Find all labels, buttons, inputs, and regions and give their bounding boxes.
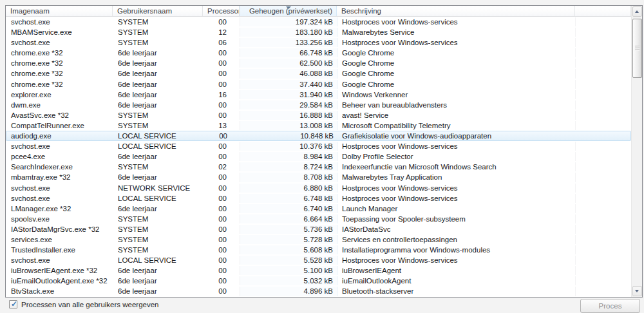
column-header-processor[interactable]: Processor <box>203 6 240 16</box>
cell-image: svchost.exe <box>6 256 113 265</box>
show-all-users-checkbox-group[interactable]: ✓ Processen van alle gebruikers weergeve… <box>9 300 159 308</box>
process-row[interactable]: services.exeSYSTEM005.728 kBServices en … <box>6 234 631 245</box>
cell-description: Hostproces voor Windows-services <box>337 38 576 47</box>
cell-memory: 8.724 kB <box>240 162 337 171</box>
cell-filler <box>576 184 630 193</box>
process-row[interactable]: chrome.exe *326de leerjaar0037.440 kBGoo… <box>6 79 631 90</box>
cell-cpu: 00 <box>204 59 240 68</box>
column-header-geheugen[interactable]: Geheugen (privéwerkset) <box>240 6 337 16</box>
column-header-gebruikersnaam[interactable]: Gebruikersnaam <box>113 6 203 16</box>
process-row[interactable]: pcee4.exe6de leerjaar008.984 kBDolby Pro… <box>6 151 631 162</box>
sort-descending-icon <box>286 6 291 9</box>
cell-user: 6de leerjaar <box>113 59 204 68</box>
scrollbar-thumb[interactable] <box>632 19 642 78</box>
cell-description: iuBrowserIEAgent <box>337 266 576 275</box>
cell-cpu: 02 <box>204 162 240 171</box>
cell-description: iuEmailOutlookAgent <box>337 276 576 285</box>
cell-filler <box>576 173 630 182</box>
process-row[interactable]: LManager.exe *326de leerjaar006.740 kBLa… <box>6 204 631 214</box>
cell-user: 6de leerjaar <box>113 80 204 89</box>
cell-image: svchost.exe <box>6 194 113 203</box>
end-process-button[interactable]: Proces beëindigen <box>580 299 640 313</box>
cell-user: SYSTEM <box>113 28 204 37</box>
process-row[interactable]: svchost.exeLOCAL SERVICE005.528 kBHostpr… <box>6 255 631 265</box>
process-row[interactable]: BtvStack.exe6de leerjaar004.896 kBBlueto… <box>6 286 631 296</box>
process-row[interactable]: explorer.exe6de leerjaar1631.940 kBWindo… <box>6 90 631 100</box>
cell-filler <box>576 194 630 203</box>
process-row[interactable]: svchost.exeLOCAL SERVICE006.748 kBHostpr… <box>6 193 631 204</box>
cell-description: Windows Verkenner <box>337 90 576 99</box>
cell-memory: 183.180 kB <box>240 28 337 37</box>
cell-filler <box>576 131 630 140</box>
cell-image: svchost.exe <box>6 142 113 151</box>
show-all-users-label: Processen van alle gebruikers weergeven <box>21 301 159 308</box>
cell-memory: 6.664 kB <box>240 214 337 223</box>
cell-description: Hostproces voor Windows-services <box>337 194 576 203</box>
process-rows: svchost.exeSYSTEM00197.324 kBHostproces … <box>6 17 631 297</box>
process-row[interactable]: spoolsv.exeSYSTEM006.664 kBToepassing vo… <box>6 214 631 224</box>
process-row[interactable]: SearchIndexer.exeSYSTEM028.724 kBIndexee… <box>6 162 631 172</box>
cell-image: chrome.exe *32 <box>6 69 113 78</box>
cell-user: SYSTEM <box>113 245 204 254</box>
cell-cpu: 00 <box>204 204 240 213</box>
process-row[interactable]: chrome.exe *326de leerjaar0066.748 kBGoo… <box>6 48 631 58</box>
cell-memory: 6.748 kB <box>240 194 337 203</box>
cell-filler <box>576 59 630 68</box>
cell-cpu: 00 <box>204 80 240 89</box>
cell-user: NETWORK SERVICE <box>113 184 204 193</box>
show-all-users-checkbox[interactable]: ✓ <box>9 300 17 308</box>
scroll-up-button[interactable] <box>632 6 642 17</box>
process-row[interactable]: chrome.exe *326de leerjaar0062.500 kBGoo… <box>6 58 631 68</box>
cell-user: 6de leerjaar <box>113 90 204 99</box>
vertical-scrollbar[interactable] <box>631 6 642 297</box>
process-row[interactable]: TrustedInstaller.exeSYSTEM005.608 kBInst… <box>6 245 631 255</box>
process-row[interactable]: mbamtray.exe *326de leerjaar008.708 kBMa… <box>6 172 631 182</box>
cell-cpu: 06 <box>204 38 240 47</box>
column-header-beschrijving[interactable]: Beschrijving <box>337 6 575 16</box>
cell-description: Hostproces voor Windows-services <box>337 184 576 193</box>
column-header-filler <box>575 6 631 16</box>
process-row[interactable]: svchost.exeSYSTEM00197.324 kBHostproces … <box>6 17 631 27</box>
cell-user: SYSTEM <box>113 225 204 234</box>
cell-image: pcee4.exe <box>6 152 113 161</box>
cell-cpu: 16 <box>204 90 240 99</box>
process-row[interactable]: svchost.exeLOCAL SERVICE0010.376 kBHostp… <box>6 141 631 151</box>
process-row[interactable]: IAStorDataMgrSvc.exe *32SYSTEM005.736 kB… <box>6 224 631 234</box>
cell-cpu: 00 <box>204 245 240 254</box>
cell-filler <box>576 266 630 275</box>
cell-user: 6de leerjaar <box>113 287 204 296</box>
process-row[interactable]: CompatTelRunner.exeSYSTEM1313.008 kBMicr… <box>6 120 631 131</box>
process-row[interactable]: MBAMService.exeSYSTEM12183.180 kBMalware… <box>6 27 631 37</box>
cell-filler <box>576 69 630 78</box>
cell-memory: 8.984 kB <box>240 152 337 161</box>
cell-description: Google Chrome <box>337 69 576 78</box>
process-row[interactable]: chrome.exe *326de leerjaar0046.088 kBGoo… <box>6 68 631 79</box>
process-row[interactable]: svchost.exeNETWORK SERVICE006.880 kBHost… <box>6 183 631 193</box>
cell-description: Malwarebytes Tray Application <box>337 173 576 182</box>
cell-memory: 197.324 kB <box>240 17 337 26</box>
process-row[interactable]: iuEmailOutlookAgent.exe *326de leerjaar0… <box>6 276 631 286</box>
cell-image: AvastSvc.exe *32 <box>6 111 113 120</box>
cell-memory: 16.888 kB <box>240 111 337 120</box>
cell-description: Launch Manager <box>337 204 576 213</box>
cell-description: Bluetooth-stackserver <box>337 287 576 296</box>
scroll-down-button[interactable] <box>632 286 642 296</box>
scrollbar-grip-icon <box>635 46 639 51</box>
cell-description: Beheer van bureaubladvensters <box>337 100 576 109</box>
process-row[interactable]: iuBrowserIEAgent.exe *326de leerjaar005.… <box>6 265 631 276</box>
cell-filler <box>576 235 630 244</box>
cell-memory: 6.740 kB <box>240 204 337 213</box>
process-row-selected[interactable]: audiodg.exeLOCAL SERVICE0010.848 kBGrafi… <box>6 131 631 141</box>
cell-description: Services en controllertoepassingen <box>337 235 576 244</box>
cell-filler <box>576 100 630 109</box>
process-row[interactable]: AvastSvc.exe *32SYSTEM0016.888 kBavast! … <box>6 110 631 120</box>
process-row[interactable]: svchost.exeSYSTEM06133.256 kBHostproces … <box>6 37 631 48</box>
column-header-imagenaam[interactable]: Imagenaam <box>6 6 113 16</box>
process-row[interactable]: dwm.exe6de leerjaar0029.584 kBBeheer van… <box>6 100 631 110</box>
cell-description: Google Chrome <box>337 59 576 68</box>
cell-cpu: 00 <box>204 48 240 57</box>
cell-cpu: 00 <box>204 266 240 275</box>
cell-filler <box>576 162 630 171</box>
cell-memory: 8.708 kB <box>240 173 337 182</box>
cell-cpu: 00 <box>204 173 240 182</box>
